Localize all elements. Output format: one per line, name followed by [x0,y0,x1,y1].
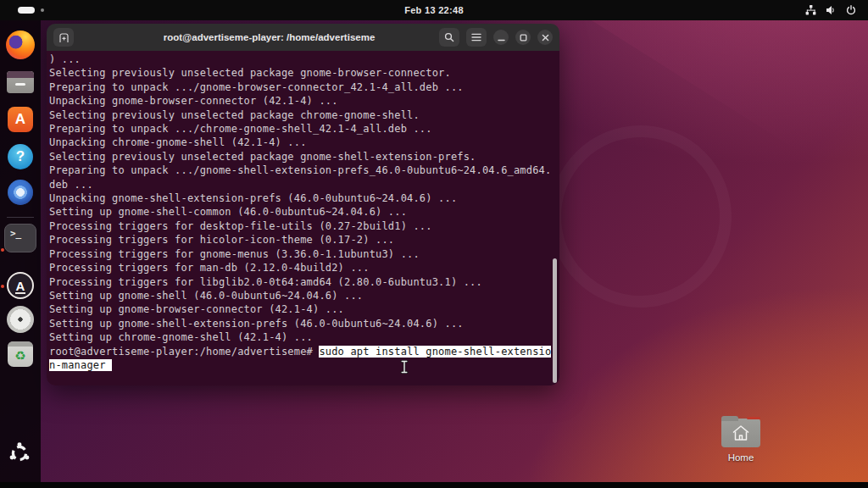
terminal-icon: >_ [4,224,36,252]
wallpaper-circle-motif [549,125,732,308]
system-status-area[interactable] [805,0,856,20]
terminal-line: Selecting previously unselected package … [49,66,559,80]
app-center-icon: A [8,107,33,132]
ibeam-cursor [399,360,409,377]
terminal-line: Selecting previously unselected package … [49,108,559,122]
volume-icon [826,5,837,15]
files-icon [7,71,34,93]
search-button[interactable] [439,28,459,47]
top-bar: Feb 13 22:48 [0,0,868,20]
terminal-line: ) ... [49,53,559,66]
dock-item-software-app[interactable]: A [6,271,35,300]
maximize-icon [520,34,527,42]
hamburger-menu-icon [471,33,481,42]
help-icon: ? [8,144,33,169]
terminal-output[interactable]: ) ... Selecting previously unselected pa… [47,51,559,385]
dock-divider [7,217,34,218]
selected-command-text: sudo apt install gnome-shell-extensio [319,346,551,358]
dock-item-terminal[interactable]: >_ [4,224,36,252]
terminal-line: Processing triggers for libglib2.0-0t64:… [49,275,559,289]
terminal-running-dot [1,248,4,252]
new-tab-icon [58,32,70,43]
terminal-line: Processing triggers for man-db (2.12.0-4… [49,261,559,274]
home-folder-label: Home [715,452,766,463]
dock-item-disc[interactable] [6,305,35,334]
dock-item-app-center[interactable]: A [6,105,35,134]
terminal-line: Processing triggers for desktop-file-uti… [49,219,559,233]
power-icon [846,5,856,15]
new-tab-button[interactable] [53,28,74,47]
close-icon [542,34,549,42]
terminal-line: Setting up gnome-shell (46.0-0ubuntu6~24… [49,289,559,302]
terminal-scrollbar[interactable] [553,258,557,383]
disc-icon [7,306,34,333]
maximize-button[interactable] [515,30,531,45]
trash-icon: ♻ [8,341,33,367]
close-button[interactable] [537,30,553,45]
clock[interactable]: Feb 13 22:48 [0,5,868,15]
terminal-title-bar[interactable]: root@advertiseme-player: /home/advertise… [47,24,559,51]
firefox-icon [6,30,35,59]
search-icon [444,32,454,42]
menu-button[interactable] [466,28,487,47]
terminal-line: Processing triggers for gnome-menus (3.3… [49,247,559,261]
bottom-screen-bar [0,482,868,488]
terminal-line: Processing triggers for hicolor-icon-the… [49,233,559,247]
home-folder-icon [721,419,760,447]
house-icon [732,424,750,441]
terminal-line: deb ... [49,178,559,191]
dock-item-files[interactable] [6,68,35,97]
terminal-line: Setting up gnome-shell-extension-prefs (… [49,317,559,330]
minimize-button[interactable] [493,30,509,45]
terminal-line: Preparing to unpack .../chrome-gnome-she… [49,122,559,136]
terminal-line: Unpacking chrome-gnome-shell (42.1-4) ..… [49,136,559,149]
dock-item-help[interactable]: ? [6,142,35,171]
terminal-line: Setting up gnome-shell-common (46.0-0ubu… [49,205,559,219]
dock-item-firefox[interactable] [6,30,35,59]
minimize-icon [498,34,505,42]
dock-item-trash[interactable]: ♻ [6,340,35,369]
network-icon [805,5,816,15]
software-app-icon: A [7,272,34,299]
prompt-line: root@advertiseme-player:/home/advertisem… [49,345,559,358]
selected-command-wrap-text: n-manager [49,359,112,371]
chromium-icon [8,180,33,205]
window-title: root@advertiseme-player: /home/advertise… [131,24,407,51]
terminal-line: Selecting previously unselected package … [49,150,559,164]
terminal-line: Preparing to unpack .../gnome-shell-exte… [49,164,559,177]
software-running-dot [1,285,4,288]
prompt-wrap-line: n-manager [49,358,559,372]
terminal-line: Preparing to unpack .../gnome-browser-co… [49,80,559,94]
terminal-window: root@advertiseme-player: /home/advertise… [47,24,559,385]
dock: A ? >_ A ♻ [0,20,41,482]
terminal-line: Setting up gnome-browser-connector (42.1… [49,302,559,316]
dock-item-chromium[interactable] [6,178,35,207]
terminal-line: Unpacking gnome-browser-connector (42.1-… [49,94,559,108]
terminal-line: Setting up chrome-gnome-shell (42.1-4) .… [49,330,559,344]
terminal-line: Unpacking gnome-shell-extension-prefs (4… [49,191,559,205]
home-folder-launcher[interactable]: Home [715,419,766,463]
show-apps-icon [8,442,31,464]
shell-prompt: root@advertiseme-player:/home/advertisem… [49,346,319,358]
show-apps-button[interactable] [8,441,31,465]
